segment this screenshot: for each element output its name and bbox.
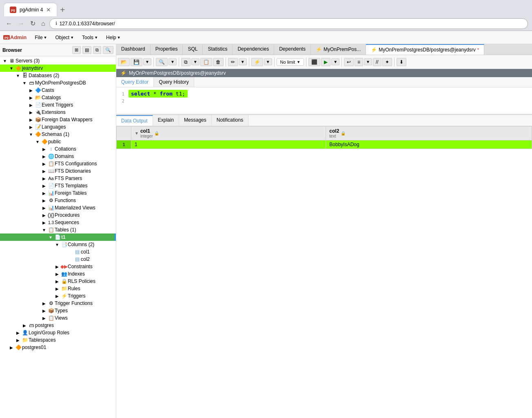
delete-btn[interactable]: 🗑 [213,58,224,66]
tree-item-constraints[interactable]: ▶ ◆▶ Constraints [0,263,116,270]
comment-btn[interactable]: // [373,58,381,66]
browser-btn-grid[interactable]: ⊞ [72,46,81,54]
copy-dropdown-btn[interactable]: ▼ [191,58,200,65]
tree-item-procedures[interactable]: ▶ (){} Procedures [0,211,116,219]
uncomment-btn[interactable]: ✦ [382,58,392,66]
tree-item-col2[interactable]: ▤ col2 [0,256,116,263]
no-limit-select[interactable]: No limit▼ [277,58,304,66]
forward-button[interactable]: → [16,19,26,28]
code-line-1: 1 select * from t1; [116,90,532,98]
tree-item-columns[interactable]: ▼ 📑 Columns (2) [0,241,116,248]
reload-button[interactable]: ↻ [29,19,37,28]
tree-item-mat-views[interactable]: ▶ 📊 Materialized Views [0,204,116,211]
tree-item-mydb[interactable]: ▼ 🗃 MyOnPremPostgresDB [0,79,116,87]
logo-admin-text: Admin [10,34,27,40]
copy-btn[interactable]: ⧉ [181,58,191,66]
tree-item-tablespaces[interactable]: ▶ 📁 Tablespaces [0,336,116,344]
format-btn[interactable]: ≡ [355,58,363,66]
tree-item-foreign-tables[interactable]: ▶ 📊 Foreign Tables [0,189,116,197]
browser-tab[interactable]: pg pgAdmin 4 ✕ [4,3,57,16]
tree-item-event-triggers[interactable]: ▶ 📄 Event Triggers [0,101,116,109]
tree-item-fts-parsers[interactable]: ▶ Aa FTS Parsers [0,175,116,182]
menu-item-tools[interactable]: Tools▼ [78,33,102,42]
tree-item-domains[interactable]: ▶ 🌐 Domains [0,153,116,160]
code-area[interactable]: 1 select * from t1; 2 [116,87,532,115]
tree-item-extensions[interactable]: ▶ 🔌 Extensions [0,109,116,116]
tree-item-rules[interactable]: ▶ 📁 Rules [0,285,116,292]
tree-item-fdw[interactable]: ▶ 📦 Foreign Data Wrappers [0,116,116,123]
mat-views-icon: 📊 [47,205,55,211]
tree-item-types[interactable]: ▶ 📦 Types [0,307,116,314]
tree-item-catalogs[interactable]: ▶ 📂 Catalogs [0,94,116,101]
tree-item-tables[interactable]: ▼ 📋 Tables (1) [0,226,116,233]
tab-myonprempos[interactable]: ⚡ MyOnPremPos... [311,44,366,55]
tree-item-trigger-functions[interactable]: ▶ ⚙ Trigger Functions [0,300,116,307]
menu-item-help[interactable]: Help▼ [102,33,125,42]
open-file-btn[interactable]: 📂 [118,58,130,66]
find-dropdown-btn[interactable]: ▼ [168,58,177,65]
tab-query-active[interactable]: ⚡ MyOnPremPostgresDB/postgres@jeanydsrv … [366,44,484,55]
history-btn[interactable]: ↩ [344,58,354,66]
find-btn[interactable]: 🔍 [156,58,168,66]
browser-btn-table[interactable]: ▤ [82,46,91,54]
filter-btn[interactable]: ⚡ [251,58,263,66]
edit-dropdown-btn[interactable]: ▼ [239,58,247,65]
filter-dropdown-btn[interactable]: ▼ [264,58,272,65]
results-tab-notifications[interactable]: Notifications [212,115,248,126]
back-button[interactable]: ← [4,19,14,28]
tab-properties[interactable]: Properties [151,44,183,55]
tree-item-sequences[interactable]: ▶ 1.3 Sequences [0,219,116,226]
tree-item-rls[interactable]: ▶ 🔒 RLS Policies [0,278,116,285]
menu-item-file[interactable]: File▼ [31,33,51,42]
tab-dependents[interactable]: Dependents [274,44,311,55]
tree-item-login-roles[interactable]: ▶ 👤 Login/Group Roles [0,329,116,336]
tree-item-postgres01[interactable]: ▶ 🔶 postgres01 [0,344,116,351]
tree-item-servers[interactable]: ▼ 🖥 Servers (3) [0,57,116,64]
tree-item-fts-config[interactable]: ▶ 📋 FTS Configurations [0,160,116,167]
tablespaces-label: Tablespaces [29,337,56,343]
format-dropdown-btn[interactable]: ▼ [364,58,372,65]
run-dropdown-btn[interactable]: ▼ [331,58,339,65]
tree-item-fts-dict[interactable]: ▶ 📖 FTS Dictionaries [0,167,116,175]
save-btn[interactable]: 💾 [131,58,142,66]
tree-item-public[interactable]: ▼ 🔶 public [0,138,116,145]
tab-dashboard[interactable]: Dashboard [116,44,151,55]
stop-btn[interactable]: ⬛ [308,58,320,66]
tree-item-jeanydsrv[interactable]: ▼ 🔶 jeanydsrv [0,64,116,72]
results-tab-messages[interactable]: Messages [179,115,212,126]
tree-item-collations[interactable]: ▶ ↕ Collations [0,145,116,153]
tree-item-col1[interactable]: ▤ col1 [0,248,116,256]
tab-query-history[interactable]: Query History [154,77,194,87]
tab-close-icon[interactable]: ✕ [46,7,51,13]
browser-btn-copy[interactable]: ⧉ [93,46,101,54]
tree-item-languages[interactable]: ▶ 📝 Languages [0,123,116,131]
sort-icon-col1: ▼ [135,131,139,136]
results-tab-explain[interactable]: Explain [153,115,179,126]
home-button[interactable]: ⌂ [40,19,47,28]
tab-sql[interactable]: SQL [183,44,203,55]
tree-item-triggers[interactable]: ▶ ⚡ Triggers [0,292,116,300]
run-btn[interactable]: ▶ [321,58,330,66]
download-btn[interactable]: ⬇ [397,58,406,66]
tree-item-schemas[interactable]: ▼ 🔶 Schemas (1) [0,131,116,138]
results-tab-data-output[interactable]: Data Output [116,115,153,126]
new-tab-button[interactable]: + [57,5,68,15]
data-row-1[interactable]: 1 1 BobbyIsADog [117,140,532,149]
save-dropdown-btn[interactable]: ▼ [143,58,151,65]
tree-item-casts[interactable]: ▶ 🔷 Casts [0,87,116,94]
tree-item-views[interactable]: ▶ 📋 Views [0,314,116,322]
tree-item-fts-templates[interactable]: ▶ 📄 FTS Templates [0,182,116,189]
tree-item-postgres-db[interactable]: ▶ 🗃 postgres [0,322,116,329]
browser-btn-search[interactable]: 🔍 [103,46,113,54]
paste-btn[interactable]: 📋 [200,58,212,66]
tree-item-indexes[interactable]: ▶ 👥 Indexes [0,270,116,278]
menu-item-object[interactable]: Object▼ [51,33,78,42]
tree-item-t1[interactable]: ▼ 📄 t1 [0,233,116,241]
edit-btn[interactable]: ✏ [228,58,238,66]
tree-item-functions[interactable]: ▶ ⚙ Functions [0,197,116,204]
address-bar[interactable]: ℹ 127.0.0.1:63374/browser/ [49,18,528,29]
tree-item-databases[interactable]: ▼ 🗄 Databases (2) [0,72,116,79]
tab-statistics[interactable]: Statistics [203,44,233,55]
tab-dependencies[interactable]: Dependencies [233,44,274,55]
tab-query-editor[interactable]: Query Editor [116,77,154,87]
